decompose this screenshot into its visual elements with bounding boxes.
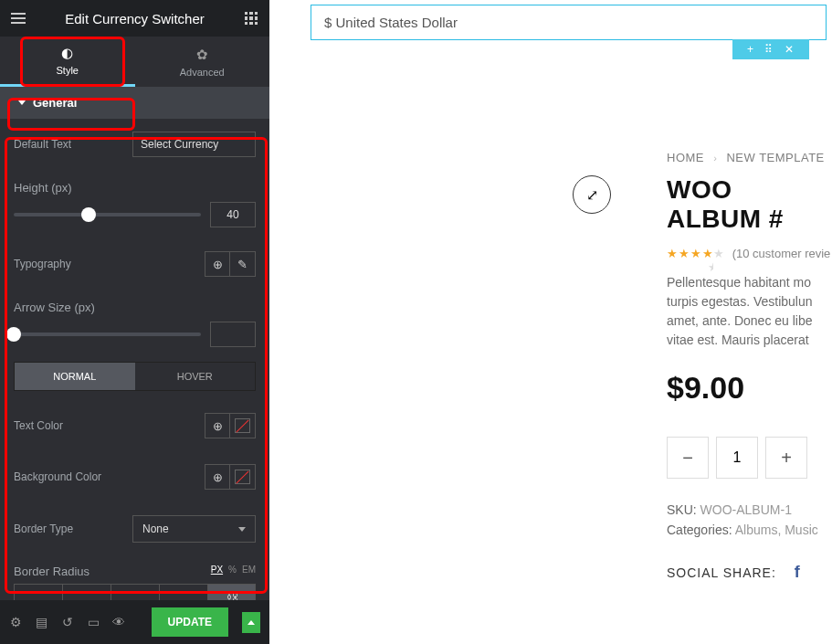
height-value[interactable]: 40 <box>210 202 256 227</box>
navigator-icon[interactable]: ▤ <box>35 615 47 629</box>
pencil-icon[interactable]: ✎ <box>230 251 256 277</box>
quantity-row: − 1 + <box>667 437 832 479</box>
panel-title: Edit Currency Switcher <box>65 11 205 26</box>
close-icon[interactable]: ✕ <box>785 43 794 56</box>
row-height: Height (px) <box>0 170 269 200</box>
border-type-select[interactable]: None <box>132 515 256 543</box>
border-type-value: None <box>142 523 169 535</box>
state-hover[interactable]: HOVER <box>135 363 256 390</box>
panel-tabs: ◐ Style ✿ Advanced <box>0 37 269 87</box>
crumb-current[interactable]: NEW TEMPLATE <box>726 151 824 164</box>
chevron-right-icon: › <box>713 153 717 164</box>
rating-row: ★★★★★★ (10 customer revie <box>667 247 832 260</box>
preview-icon[interactable]: 👁 <box>112 615 125 629</box>
row-border-type: Border Type None <box>0 502 269 555</box>
qty-minus[interactable]: − <box>667 437 709 479</box>
state-normal[interactable]: NORMAL <box>15 363 135 390</box>
panel-footer: ⚙ ▤ ↺ ▭ 👁 UPDATE <box>0 600 269 644</box>
radius-bottom[interactable] <box>111 584 160 600</box>
responsive-icon[interactable]: ▭ <box>87 615 100 629</box>
categories-label: Categories: <box>667 523 732 537</box>
qty-value[interactable]: 1 <box>716 437 758 479</box>
link-values-icon[interactable]: ⛓ <box>208 584 256 600</box>
tab-advanced-label: Advanced <box>180 67 225 78</box>
globe-icon[interactable]: ⊕ <box>205 464 230 490</box>
arrow-size-label: Arrow Size (px) <box>14 301 95 314</box>
update-options[interactable] <box>242 612 260 633</box>
sku-value: WOO-ALBUM-1 <box>700 502 792 517</box>
arrow-size-value[interactable] <box>210 322 256 347</box>
radius-right[interactable] <box>63 584 111 600</box>
section-general[interactable]: General <box>0 87 269 119</box>
row-text-color: Text Color ⊕ <box>0 400 269 451</box>
border-radius-label: Border Radius <box>14 565 90 578</box>
row-bg-color: Background Color ⊕ <box>0 451 269 502</box>
arrow-size-slider-row <box>0 320 269 358</box>
bg-color-swatch[interactable] <box>230 464 256 490</box>
elementor-panel: Edit Currency Switcher ◐ Style ✿ Advance… <box>0 0 269 644</box>
update-button[interactable]: UPDATE <box>152 607 228 637</box>
zoom-icon[interactable]: ⤢ <box>573 175 611 214</box>
tab-style-label: Style <box>57 65 79 76</box>
product-price: $9.00 <box>667 370 832 406</box>
border-type-label: Border Type <box>14 523 73 535</box>
panel-header: Edit Currency Switcher <box>0 0 269 37</box>
row-border-radius: Border Radius PX % EM <box>0 555 269 584</box>
add-icon[interactable]: + <box>747 43 753 56</box>
unit-em[interactable]: EM <box>242 565 256 578</box>
caret-down-icon <box>18 100 26 105</box>
radius-top[interactable] <box>14 584 63 600</box>
unit-pct[interactable]: % <box>228 565 237 578</box>
product-description: Pellentesque habitant mo turpis egestas.… <box>667 273 831 350</box>
row-default-text: Default Text <box>0 119 269 170</box>
default-text-label: Default Text <box>14 138 71 151</box>
globe-icon[interactable]: ⊕ <box>205 413 230 438</box>
crumb-home[interactable]: HOME <box>667 151 704 164</box>
product-title: WOO ALBUM # <box>667 175 832 234</box>
height-slider[interactable] <box>14 213 201 216</box>
menu-icon[interactable] <box>9 9 27 27</box>
state-tabs: NORMAL HOVER <box>14 362 256 391</box>
product-meta: SKU: WOO-ALBUM-1 Categories: Albums, Mus… <box>667 502 832 537</box>
tab-style[interactable]: ◐ Style <box>0 37 135 87</box>
reviews-count[interactable]: (10 customer revie <box>732 247 831 260</box>
section-general-label: General <box>33 96 77 110</box>
grip-icon[interactable]: ⠿ <box>764 43 774 56</box>
tab-advanced[interactable]: ✿ Advanced <box>135 37 270 87</box>
height-slider-row: 40 <box>0 200 269 238</box>
currency-selected: $ United States Dollar <box>324 15 458 30</box>
controls-scroll: Default Text Height (px) 40 Typography ⊕… <box>0 119 269 600</box>
row-typography: Typography ⊕ ✎ <box>0 238 269 290</box>
history-icon[interactable]: ↺ <box>61 615 74 629</box>
bg-color-label: Background Color <box>14 470 101 483</box>
preview-pane: $ United States Dollar + ⠿ ✕ ⤢ HOME › NE… <box>269 0 832 644</box>
categories-value[interactable]: Albums, Music <box>735 523 818 537</box>
radius-left[interactable] <box>160 584 208 600</box>
border-radius-inputs: ⛓ <box>0 584 269 600</box>
chevron-down-icon <box>238 527 246 532</box>
text-color-swatch[interactable] <box>230 413 256 438</box>
qty-plus[interactable]: + <box>765 437 807 479</box>
settings-icon[interactable]: ⚙ <box>9 615 22 629</box>
star-icons: ★★★★★★ <box>667 247 725 260</box>
widget-handle: + ⠿ ✕ <box>732 39 809 59</box>
arrow-size-slider[interactable] <box>14 333 201 336</box>
row-arrow-size: Arrow Size (px) <box>0 290 269 320</box>
facebook-icon[interactable]: f <box>795 563 800 582</box>
height-label: Height (px) <box>14 181 72 195</box>
social-share: SOCIAL SHARE: f <box>667 563 832 582</box>
gear-icon: ✿ <box>196 47 208 63</box>
typography-label: Typography <box>14 258 71 270</box>
social-label: SOCIAL SHARE: <box>667 565 776 580</box>
units: PX % EM <box>211 565 256 578</box>
half-circle-icon: ◐ <box>61 45 73 61</box>
globe-icon[interactable]: ⊕ <box>205 251 230 277</box>
apps-icon[interactable] <box>242 9 260 27</box>
text-color-label: Text Color <box>14 419 63 432</box>
default-text-input[interactable] <box>132 132 256 157</box>
currency-switcher[interactable]: $ United States Dollar <box>311 5 827 40</box>
unit-px[interactable]: PX <box>211 565 223 578</box>
breadcrumbs: HOME › NEW TEMPLATE <box>667 151 832 164</box>
sku-label: SKU: <box>667 502 697 517</box>
